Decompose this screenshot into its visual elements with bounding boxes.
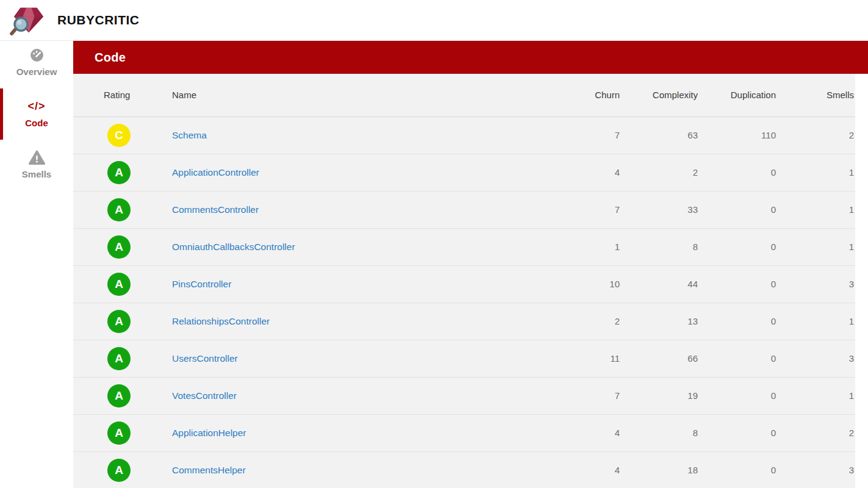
complexity-value: 18 — [621, 451, 699, 488]
sidebar-item-label: Overview — [16, 66, 57, 77]
duplication-value: 0 — [699, 377, 777, 414]
sidebar: Overview </> Code Smells — [0, 41, 73, 488]
table-row[interactable]: C Schema 7 63 110 2 — [73, 117, 855, 154]
gauge-icon — [29, 46, 45, 63]
class-link[interactable]: OmniauthCallbacksController — [172, 242, 295, 252]
class-link[interactable]: Schema — [172, 130, 207, 140]
duplication-value: 0 — [699, 265, 777, 303]
smells-value: 1 — [777, 377, 855, 414]
table-row[interactable]: A UsersController 11 66 0 3 — [73, 340, 855, 377]
churn-value: 7 — [539, 377, 621, 414]
duplication-value: 0 — [699, 414, 777, 451]
complexity-value: 8 — [621, 414, 699, 451]
duplication-value: 110 — [699, 117, 777, 154]
content-area: Rating Name Churn Complexity Duplication… — [73, 74, 868, 488]
churn-value: 4 — [539, 414, 621, 451]
complexity-value: 44 — [621, 265, 699, 303]
complexity-value: 19 — [621, 377, 699, 414]
rating-badge: A — [107, 422, 131, 445]
rating-badge: A — [107, 273, 131, 296]
duplication-value: 0 — [699, 340, 777, 377]
duplication-value: 0 — [699, 154, 777, 191]
rating-badge: C — [107, 124, 131, 147]
sidebar-item-smells[interactable]: Smells — [0, 143, 73, 195]
sidebar-item-code[interactable]: </> Code — [0, 92, 73, 143]
churn-value: 1 — [539, 228, 621, 265]
rating-badge: A — [107, 459, 131, 482]
rating-badge: A — [107, 161, 131, 184]
complexity-value: 13 — [621, 303, 699, 340]
column-header-churn[interactable]: Churn — [539, 74, 621, 117]
class-link[interactable]: VotesController — [172, 390, 237, 401]
churn-value: 2 — [539, 303, 621, 340]
churn-value: 4 — [539, 451, 621, 488]
duplication-value: 0 — [699, 303, 777, 340]
app-title: RUBYCRITIC — [57, 13, 140, 27]
smells-value: 1 — [777, 228, 855, 265]
churn-value: 10 — [539, 265, 621, 303]
rating-badge: A — [107, 384, 131, 407]
class-link[interactable]: RelationshipsController — [172, 316, 270, 326]
table-row[interactable]: A CommentsHelper 4 18 0 3 — [73, 451, 855, 488]
smells-value: 2 — [777, 117, 855, 154]
churn-value: 11 — [539, 340, 621, 377]
complexity-value: 66 — [621, 340, 699, 377]
column-header-rating[interactable]: Rating — [73, 74, 171, 117]
main-content: Code Rating Name Churn Complexity Duplic… — [73, 41, 868, 488]
rating-badge: A — [107, 235, 131, 259]
table-row[interactable]: A ApplicationController 4 2 0 1 — [73, 154, 855, 191]
sidebar-item-label: Code — [25, 118, 48, 128]
churn-value: 7 — [539, 117, 621, 154]
code-table-container: Rating Name Churn Complexity Duplication… — [73, 74, 855, 488]
duplication-value: 0 — [699, 228, 777, 265]
page-title: Code — [95, 51, 126, 65]
table-row[interactable]: A CommentsController 7 33 0 1 — [73, 191, 855, 228]
duplication-value: 0 — [699, 191, 777, 228]
class-link[interactable]: ApplicationController — [172, 167, 259, 178]
code-icon: </> — [27, 98, 45, 115]
table-row[interactable]: A ApplicationHelper 4 8 0 2 — [73, 414, 855, 451]
complexity-value: 8 — [621, 228, 699, 265]
rating-badge: A — [107, 310, 131, 333]
table-row[interactable]: A RelationshipsController 2 13 0 1 — [73, 303, 855, 340]
smells-value: 1 — [777, 191, 855, 228]
smells-value: 1 — [777, 154, 855, 191]
table-row[interactable]: A OmniauthCallbacksController 1 8 0 1 — [73, 228, 855, 265]
class-link[interactable]: CommentsHelper — [172, 465, 246, 475]
rating-badge: A — [107, 347, 131, 370]
smells-value: 3 — [777, 265, 855, 303]
smells-value: 2 — [777, 414, 855, 451]
complexity-value: 2 — [621, 154, 699, 191]
churn-value: 4 — [539, 154, 621, 191]
class-link[interactable]: CommentsController — [172, 204, 259, 215]
class-link[interactable]: UsersController — [172, 353, 238, 364]
smells-value: 1 — [777, 303, 855, 340]
table-row[interactable]: A VotesController 7 19 0 1 — [73, 377, 855, 414]
column-header-smells[interactable]: Smells — [777, 74, 855, 117]
sidebar-item-label: Smells — [22, 169, 51, 179]
column-header-complexity[interactable]: Complexity — [621, 74, 699, 117]
code-table-body: C Schema 7 63 110 2 A ApplicationControl… — [73, 117, 855, 488]
rating-badge: A — [107, 198, 131, 221]
complexity-value: 63 — [621, 117, 699, 154]
code-table: Rating Name Churn Complexity Duplication… — [73, 74, 855, 488]
warning-icon — [29, 149, 45, 166]
duplication-value: 0 — [699, 451, 777, 488]
top-bar: RUBYCRITIC — [0, 0, 868, 41]
smells-value: 3 — [777, 451, 855, 488]
page-title-bar: Code — [73, 41, 868, 74]
rubycritic-logo-icon — [9, 4, 49, 37]
class-link[interactable]: PinsController — [172, 279, 231, 289]
sidebar-item-overview[interactable]: Overview — [0, 41, 73, 92]
column-header-duplication[interactable]: Duplication — [699, 74, 777, 117]
complexity-value: 33 — [621, 191, 699, 228]
smells-value: 3 — [777, 340, 855, 377]
churn-value: 7 — [539, 191, 621, 228]
class-link[interactable]: ApplicationHelper — [172, 428, 246, 438]
table-row[interactable]: A PinsController 10 44 0 3 — [73, 265, 855, 303]
column-header-name[interactable]: Name — [171, 74, 539, 117]
code-table-header: Rating Name Churn Complexity Duplication… — [73, 74, 855, 117]
